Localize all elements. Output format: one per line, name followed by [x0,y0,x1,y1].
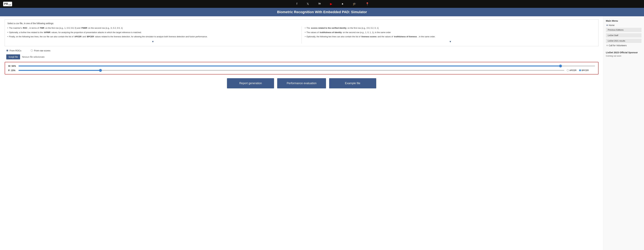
p-slider-track[interactable] [18,70,564,71]
bpcer-label: BPCER [582,69,589,71]
example-file-button[interactable]: Example file [329,78,376,88]
right-col-arrow: ▼ [305,40,596,43]
w-slider-label: W: 94% [8,65,16,67]
location-icon[interactable]: 📍 [366,2,369,6]
sidebar: Main Menu Home Previous Editions LivDet … [603,16,644,250]
from-raw-scores-label: From raw scores [34,49,50,52]
github-icon[interactable]: ♠ [342,2,343,6]
sponsor-text: Coming out soon [606,55,642,57]
p-slider-row: P: 15% APCER BPCER [8,69,595,72]
instructions-columns: The matcher's ROC, in terms of FMR on th… [8,26,596,43]
main-layout: Select a csv file, in one of the followi… [0,16,644,250]
p-slider-label: P: 15% [8,69,16,72]
w-slider-row: W: 94% [8,65,595,67]
top-navigation: PR Lab f 𝕏 in ▶ ♠ 🎓 📍 [0,0,644,8]
logo-lab-text: Lab [8,4,11,6]
graduation-icon[interactable]: 🎓 [353,2,356,6]
radio-row: From ROCs From raw scores [5,49,598,52]
left-col-arrow: ▼ [8,40,298,43]
sidebar-volunteers-label: Call for Volunteers [609,44,626,47]
file-row: Scegli file Nessun file selezionato [5,54,598,59]
sidebar-previous-editions-label[interactable]: Previous Editions [606,28,642,32]
sponsor-title: LivDet 2023 Official Sponsor [606,51,642,54]
col-divider [302,26,302,43]
instructions-left-col: The matcher's ROC, in terms of FMR on th… [8,26,298,43]
performance-evaluation-button[interactable]: Performance evaluation [277,78,326,88]
p-slider-thumb[interactable] [99,69,102,72]
from-rocs-label: From ROCs [10,49,21,52]
instruction-bullet-6: Optionally, the following two lines can … [305,35,596,38]
from-raw-scores-option[interactable]: From raw scores [31,49,50,52]
content-area: Select a csv file, in one of the followi… [0,16,603,250]
instruction-bullet-5: The values of truthfulness of identity o… [305,31,596,34]
apcer-radio[interactable] [567,69,569,71]
instructions-box: Select a csv file, in one of the followi… [5,19,598,46]
bpcer-radio[interactable] [579,69,581,71]
main-menu-title: Main Menu [606,19,642,22]
instructions-header: Select a csv file, in one of the followi… [8,22,596,25]
instruction-bullet-4: The scores related to the verified ident… [305,26,596,30]
from-rocs-radio[interactable] [6,49,8,51]
p-slider-fill [18,70,100,71]
slider-box: W: 94% P: 15% APCER [5,62,598,74]
logo-text: PR [4,2,8,6]
sidebar-item-home[interactable]: Home [606,23,642,27]
page-title: Biometric Recognition With Embedded PAD:… [277,10,367,14]
sidebar-item-livdet-2021[interactable]: LivDet 2021 results [606,38,642,43]
sidebar-item-previous-editions[interactable]: Previous Editions [606,27,642,33]
from-rocs-option[interactable]: From ROCs [6,49,21,52]
volunteers-dot-icon [606,45,608,46]
instruction-bullet-1: The matcher's ROC, in terms of FMR on th… [8,26,298,30]
from-raw-scores-radio[interactable] [31,49,33,51]
example-file-label: Example file [345,82,360,85]
w-slider-thumb[interactable] [559,65,562,67]
file-label: Nessun file selezionato [22,56,44,58]
choose-file-button[interactable]: Scegli file [6,54,20,59]
home-dot-icon [606,25,608,26]
sidebar-home-label: Home [609,24,614,26]
sidebar-item-livdet-staff[interactable]: LivDet Staff [606,33,642,38]
instructions-right-col: The scores related to the verified ident… [305,26,596,43]
sidebar-livdet-staff-label[interactable]: LivDet Staff [606,33,642,37]
performance-evaluation-label: Performance evaluation [286,82,316,85]
sidebar-item-home-row[interactable]: Home [606,24,642,27]
p-slider-options: APCER BPCER [567,69,595,71]
page-banner: Biometric Recognition With Embedded PAD:… [0,8,644,16]
report-generation-label: Report generation [239,82,262,85]
apcer-option[interactable]: APCER [567,69,576,71]
logo: PR Lab [3,2,12,6]
sidebar-menu: Home Previous Editions LivDet Staff LivD… [606,23,642,47]
sidebar-livdet-2021-label[interactable]: LivDet 2021 results [606,39,642,43]
facebook-icon[interactable]: f [296,2,297,6]
linkedin-icon[interactable]: in [318,2,321,6]
social-icons-bar: f 𝕏 in ▶ ♠ 🎓 📍 [25,2,641,6]
sidebar-call-for-volunteers-row[interactable]: Call for Volunteers [606,44,642,47]
report-generation-button[interactable]: Report generation [227,78,274,88]
sidebar-item-call-for-volunteers[interactable]: Call for Volunteers [606,43,642,47]
instruction-bullet-3: Finally, on the following two lines, the… [8,35,298,38]
twitter-icon[interactable]: 𝕏 [307,2,309,6]
w-slider-track[interactable] [18,65,595,66]
w-slider-fill [18,65,560,66]
action-buttons: Report generation Performance evaluation… [5,78,598,88]
bpcer-option[interactable]: BPCER [579,69,589,71]
youtube-icon[interactable]: ▶ [330,2,332,6]
apcer-label: APCER [570,69,576,71]
instruction-bullet-2: Optionally, a further line related to th… [8,31,298,34]
